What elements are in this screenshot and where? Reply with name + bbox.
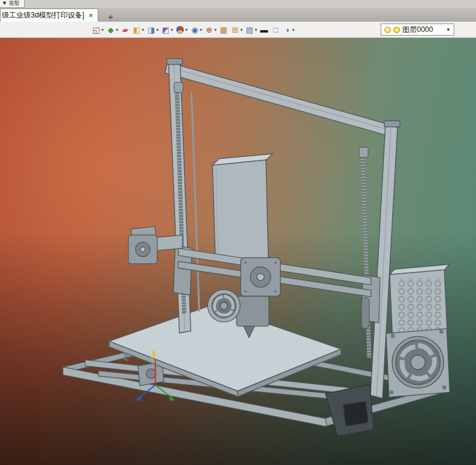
document-tab-title: 级工业级3d模型打印设备] xyxy=(2,10,84,21)
wireframe-display-icon: ◨ xyxy=(147,25,156,34)
menu-fragment[interactable]: ▼ 造型 xyxy=(0,0,25,8)
cooling-fan xyxy=(386,329,450,397)
chevron-down-icon[interactable]: ▾ xyxy=(142,27,144,33)
shaded-display-icon: ◧ xyxy=(132,25,141,34)
color-wheel-button[interactable]: ▾ xyxy=(174,23,189,36)
layer-select-value: 图层0000 xyxy=(402,25,433,35)
chevron-down-icon[interactable]: ▾ xyxy=(240,27,243,33)
cad-application-window: ▼ 造型 级工业级3d模型打印设备] × + ◱ ▾ ◆ ▾ ▰ ◧ ▾ ◨ ▾ xyxy=(0,0,476,465)
titlebar-strip: ▼ 造型 xyxy=(0,0,476,8)
view-window-icon: ◱ xyxy=(92,25,101,34)
z-motor-left xyxy=(129,227,183,264)
texture-button[interactable]: ▦ xyxy=(218,23,229,36)
chevron-down-icon[interactable]: ▾ xyxy=(200,27,202,33)
background-light-button[interactable]: □ xyxy=(270,23,281,36)
camera-button[interactable]: ▤ ▾ xyxy=(244,23,258,36)
chevron-down-icon[interactable]: ▾ xyxy=(255,27,257,33)
chevron-down-icon[interactable]: ▾ xyxy=(185,27,188,33)
corner-bracket xyxy=(325,385,373,437)
hidden-line-display-button[interactable]: ◩ ▾ xyxy=(160,23,174,36)
display-toolbar: ◱ ▾ ◆ ▾ ▰ ◧ ▾ ◨ ▾ ◩ ▾ ▾ ◉ ▾ ⊕ xyxy=(0,22,476,38)
chevron-down-icon[interactable]: ▾ xyxy=(171,27,173,33)
wireframe-display-button[interactable]: ◨ ▾ xyxy=(145,23,160,36)
orientation-icon: ⊕ xyxy=(205,25,214,34)
new-tab-button[interactable]: + xyxy=(103,11,118,22)
color-wheel-icon xyxy=(176,26,184,34)
shaded-display-button[interactable]: ◧ ▾ xyxy=(131,23,145,36)
lens-button[interactable]: ◑ ▾ xyxy=(281,23,296,36)
control-box xyxy=(212,154,273,261)
chevron-down-icon[interactable]: ▾ xyxy=(156,27,159,33)
orientation-button[interactable]: ⊕ ▾ xyxy=(203,23,218,36)
background-dark-icon: ▬ xyxy=(259,25,268,34)
chevron-down-icon[interactable]: ▾ xyxy=(101,27,104,33)
chevron-down-icon[interactable]: ▼ xyxy=(446,27,451,33)
viewport-3d[interactable] xyxy=(0,38,476,465)
layer-color-icon xyxy=(393,27,400,33)
document-tab[interactable]: 级工业级3d模型打印设备] × xyxy=(0,8,98,22)
chevron-down-icon[interactable]: ▾ xyxy=(214,27,217,33)
chevron-down-icon[interactable]: ▾ xyxy=(292,27,294,33)
background-light-icon: □ xyxy=(271,25,280,34)
lightbulb-icon xyxy=(384,27,391,33)
texture-icon: ▦ xyxy=(219,25,228,34)
appearance-icon: ◉ xyxy=(190,25,199,34)
appearance-button[interactable]: ◉ ▾ xyxy=(189,23,203,36)
view-window-button[interactable]: ◱ ▾ xyxy=(90,23,105,36)
grid-button[interactable]: ⊞ ▾ xyxy=(229,23,244,36)
hidden-line-display-icon: ◩ xyxy=(161,25,170,34)
camera-icon: ▤ xyxy=(245,25,254,34)
chevron-down-icon[interactable]: ▾ xyxy=(116,27,118,33)
material-icon: ◆ xyxy=(106,25,115,34)
paint-button[interactable]: ▰ xyxy=(119,23,131,36)
tower-slot xyxy=(361,297,369,329)
document-tabbar: 级工业级3d模型打印设备] × + xyxy=(0,8,476,22)
printer-model xyxy=(0,38,476,465)
background-dark-button[interactable]: ▬ xyxy=(258,23,270,36)
paint-icon: ▰ xyxy=(121,25,130,34)
layer-select[interactable]: 图层0000 ▼ xyxy=(381,24,454,36)
tab-close-icon[interactable]: × xyxy=(89,11,94,19)
material-button[interactable]: ◆ ▾ xyxy=(105,23,119,36)
lens-icon: ◑ xyxy=(282,25,291,34)
grid-icon: ⊞ xyxy=(230,25,240,34)
